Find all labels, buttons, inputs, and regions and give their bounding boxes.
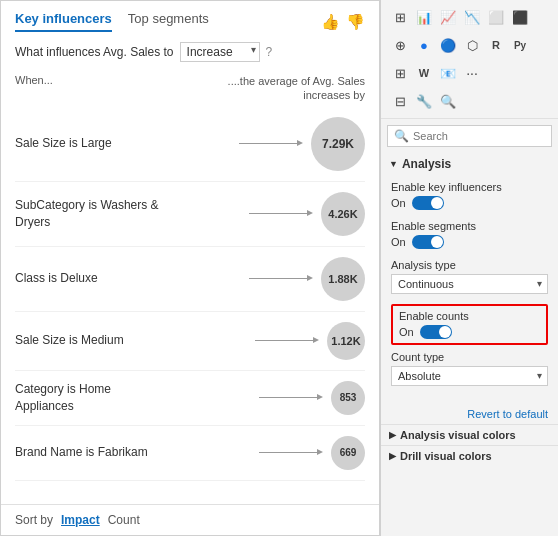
analysis-type-dropdown-wrapper: Continuous Categorical xyxy=(391,274,548,294)
list-item[interactable]: Sale Size is Large 7.29K xyxy=(15,107,365,182)
filled-map-icon[interactable]: ⬛ xyxy=(509,6,531,28)
left-panel: Key influencers Top segments 👍 👎 What in… xyxy=(0,0,380,536)
line-chart-icon[interactable]: 📈 xyxy=(437,6,459,28)
analysis-section-label: Analysis xyxy=(402,157,451,171)
footer-bar: Sort by Impact Count xyxy=(1,504,379,535)
item-bubble: 669 xyxy=(331,436,365,470)
arrow-line xyxy=(249,213,309,214)
item-bubble: 7.29K xyxy=(311,117,365,171)
bar-chart-icon[interactable]: 📊 xyxy=(413,6,435,28)
right-panel: ⊞ 📊 📈 📉 ⬜ ⬛ ⊕ ● 🔵 ⬡ R Py ⊞ W 📧 ··· xyxy=(380,0,558,536)
arrow-line xyxy=(259,397,319,398)
chevron-right-icon: ▶ xyxy=(389,430,396,440)
w-icon[interactable]: W xyxy=(413,62,435,84)
influencer-list: Sale Size is Large 7.29K SubCategory is … xyxy=(1,107,379,504)
question-row: What influences Avg. Sales to Increase D… xyxy=(1,32,379,70)
count-type-label: Count type xyxy=(391,351,548,363)
item-label: Brand Name is Fabrikam xyxy=(15,444,247,461)
enable-key-influencers-label: Enable key influencers xyxy=(391,181,548,193)
item-label: Sale Size is Medium xyxy=(15,332,243,349)
revert-to-default-link[interactable]: Revert to default xyxy=(381,404,558,424)
question-prefix: What influences Avg. Sales to xyxy=(15,45,174,59)
enable-segments-toggle-row: On xyxy=(391,235,548,249)
increase-dropdown-wrapper: Increase Decrease xyxy=(180,42,260,62)
enable-counts-toggle[interactable] xyxy=(420,325,452,339)
thumbdown-icon[interactable]: 👎 xyxy=(346,13,365,31)
dots-icon[interactable]: ··· xyxy=(461,62,483,84)
item-label: Category is HomeAppliances xyxy=(15,381,247,415)
item-label: Class is Deluxe xyxy=(15,270,237,287)
list-item[interactable]: Category is HomeAppliances 853 xyxy=(15,371,365,426)
list-item[interactable]: SubCategory is Washers &Dryers 4.26K xyxy=(15,182,365,247)
grid-icon[interactable]: ⊞ xyxy=(389,6,411,28)
icon-row-1: ⊞ 📊 📈 📉 ⬜ ⬛ xyxy=(385,4,535,30)
scatter-icon[interactable]: ⬜ xyxy=(485,6,507,28)
analysis-type-dropdown[interactable]: Continuous Categorical xyxy=(391,274,548,294)
tab-header: Key influencers Top segments 👍 👎 xyxy=(1,1,379,32)
enable-segments-on-label: On xyxy=(391,236,406,248)
analysis-type-setting: Analysis type Continuous Categorical xyxy=(391,259,548,294)
count-type-dropdown-wrapper: Absolute Relative xyxy=(391,366,548,386)
sort-impact-button[interactable]: Impact xyxy=(61,513,100,527)
search-icon: 🔍 xyxy=(394,129,409,143)
enable-key-influencers-toggle[interactable] xyxy=(412,196,444,210)
plus-circle-icon[interactable]: ⊕ xyxy=(389,34,411,56)
enable-counts-toggle-row: On xyxy=(399,325,540,339)
app-container: Key influencers Top segments 👍 👎 What in… xyxy=(0,0,558,536)
build-icon[interactable]: ⊟ xyxy=(389,90,411,112)
analysis-section-content: Enable key influencers On Enable segment… xyxy=(381,177,558,404)
arrow-line xyxy=(255,340,315,341)
icon-toolbar: ⊞ 📊 📈 📉 ⬜ ⬛ ⊕ ● 🔵 ⬡ R Py ⊞ W 📧 ··· xyxy=(381,0,558,119)
icon-row-4: ⊟ 🔧 🔍 xyxy=(385,88,463,114)
icon-row-3: ⊞ W 📧 ··· xyxy=(385,60,487,86)
analytics-icon[interactable]: 🔍 xyxy=(437,90,459,112)
search-box: 🔍 xyxy=(387,125,552,147)
sort-by-label: Sort by xyxy=(15,513,53,527)
format-icon[interactable]: 🔧 xyxy=(413,90,435,112)
enable-key-influencers-toggle-row: On xyxy=(391,196,548,210)
area-chart-icon[interactable]: 📉 xyxy=(461,6,483,28)
tab-key-influencers[interactable]: Key influencers xyxy=(15,11,112,32)
list-item[interactable]: Sale Size is Medium 1.12K xyxy=(15,312,365,371)
analysis-section-header[interactable]: ▼ Analysis xyxy=(381,151,558,177)
sort-count-button[interactable]: Count xyxy=(108,513,140,527)
hex-icon[interactable]: ⬡ xyxy=(461,34,483,56)
blue-circle-icon[interactable]: ● xyxy=(413,34,435,56)
item-bubble: 853 xyxy=(331,381,365,415)
enable-counts-box: Enable counts On xyxy=(391,304,548,345)
item-label: SubCategory is Washers &Dryers xyxy=(15,197,237,231)
enable-segments-toggle[interactable] xyxy=(412,235,444,249)
table-icon[interactable]: ⊞ xyxy=(389,62,411,84)
count-type-dropdown[interactable]: Absolute Relative xyxy=(391,366,548,386)
tab-top-segments[interactable]: Top segments xyxy=(128,11,209,32)
drill-visual-colors-header[interactable]: ▶ Drill visual colors xyxy=(381,445,558,466)
enable-counts-on-label: On xyxy=(399,326,414,338)
thumbup-icon[interactable]: 👍 xyxy=(321,13,340,31)
column-headers: When... ....the average of Avg. Salesinc… xyxy=(1,70,379,107)
item-bubble: 1.88K xyxy=(321,257,365,301)
icon-row-2: ⊕ ● 🔵 ⬡ R Py xyxy=(385,32,535,58)
arrow-line xyxy=(249,278,309,279)
enable-key-influencers-setting: Enable key influencers On xyxy=(391,181,548,210)
item-label: Sale Size is Large xyxy=(15,135,227,152)
col-increases-label: ....the average of Avg. Salesincreases b… xyxy=(228,74,365,103)
enable-counts-label: Enable counts xyxy=(399,310,540,322)
enable-segments-setting: Enable segments On xyxy=(391,220,548,249)
email-icon[interactable]: 📧 xyxy=(437,62,459,84)
increase-dropdown[interactable]: Increase Decrease xyxy=(180,42,260,62)
py-icon[interactable]: Py xyxy=(509,34,531,56)
gauge-icon[interactable]: 🔵 xyxy=(437,34,459,56)
list-item[interactable]: Class is Deluxe 1.88K xyxy=(15,247,365,312)
chevron-down-icon: ▼ xyxy=(389,159,398,169)
drill-visual-colors-label: Drill visual colors xyxy=(400,450,492,462)
enable-segments-label: Enable segments xyxy=(391,220,548,232)
arrow-line xyxy=(239,143,299,144)
list-item[interactable]: Brand Name is Fabrikam 669 xyxy=(15,426,365,481)
analysis-visual-colors-header[interactable]: ▶ Analysis visual colors xyxy=(381,424,558,445)
search-input[interactable] xyxy=(413,130,545,142)
help-icon[interactable]: ? xyxy=(266,45,273,59)
enable-key-influencers-on-label: On xyxy=(391,197,406,209)
analysis-visual-colors-label: Analysis visual colors xyxy=(400,429,516,441)
r-icon[interactable]: R xyxy=(485,34,507,56)
item-bubble: 1.12K xyxy=(327,322,365,360)
